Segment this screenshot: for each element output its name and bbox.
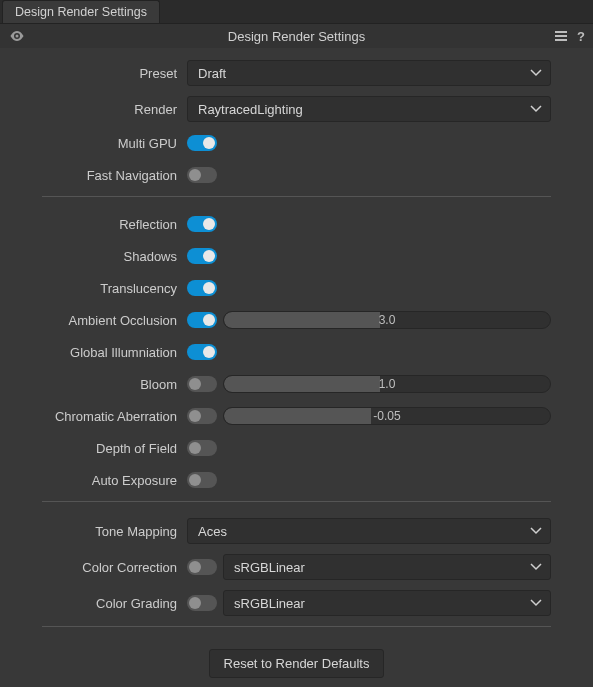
depth-of-field-label: Depth of Field — [42, 441, 187, 456]
translucency-label: Translucency — [42, 281, 187, 296]
chromatic-aberration-slider[interactable]: -0.05 — [223, 407, 551, 425]
bloom-toggle[interactable] — [187, 376, 217, 392]
panel-header: Design Render Settings ? — [0, 24, 593, 48]
chevron-down-icon — [530, 105, 542, 113]
color-correction-toggle[interactable] — [187, 559, 217, 575]
render-value: RaytracedLighting — [198, 102, 303, 117]
ambient-occlusion-slider[interactable]: 3.0 — [223, 311, 551, 329]
render-select[interactable]: RaytracedLighting — [187, 96, 551, 122]
bloom-label: Bloom — [42, 377, 187, 392]
slider-fill — [224, 376, 380, 392]
menu-icon[interactable] — [555, 31, 567, 41]
chromatic-aberration-label: Chromatic Aberration — [42, 409, 187, 424]
tab-label: Design Render Settings — [15, 5, 147, 19]
divider — [42, 501, 551, 502]
help-icon[interactable]: ? — [577, 30, 585, 43]
color-grading-toggle[interactable] — [187, 595, 217, 611]
chevron-down-icon — [530, 69, 542, 77]
visibility-icon[interactable] — [10, 30, 24, 43]
preset-value: Draft — [198, 66, 226, 81]
tone-mapping-value: Aces — [198, 524, 227, 539]
fast-navigation-label: Fast Navigation — [42, 168, 187, 183]
color-grading-value: sRGBLinear — [234, 596, 305, 611]
auto-exposure-label: Auto Exposure — [42, 473, 187, 488]
divider — [42, 626, 551, 627]
color-correction-label: Color Correction — [42, 560, 187, 575]
svg-rect-3 — [555, 39, 567, 41]
svg-point-0 — [16, 34, 19, 37]
shadows-label: Shadows — [42, 249, 187, 264]
slider-fill — [224, 312, 380, 328]
ambient-occlusion-toggle[interactable] — [187, 312, 217, 328]
reset-defaults-button[interactable]: Reset to Render Defaults — [209, 649, 385, 678]
color-correction-value: sRGBLinear — [234, 560, 305, 575]
translucency-toggle[interactable] — [187, 280, 217, 296]
reset-button-label: Reset to Render Defaults — [224, 656, 370, 671]
color-correction-select[interactable]: sRGBLinear — [223, 554, 551, 580]
ambient-occlusion-value: 3.0 — [379, 313, 396, 327]
color-grading-select[interactable]: sRGBLinear — [223, 590, 551, 616]
global-illumination-label: Global Illumniation — [42, 345, 187, 360]
slider-fill — [224, 408, 371, 424]
depth-of-field-toggle[interactable] — [187, 440, 217, 456]
multi-gpu-toggle[interactable] — [187, 135, 217, 151]
bloom-slider[interactable]: 1.0 — [223, 375, 551, 393]
tab-bar: Design Render Settings — [0, 0, 593, 24]
tone-mapping-label: Tone Mapping — [42, 524, 187, 539]
chromatic-aberration-toggle[interactable] — [187, 408, 217, 424]
settings-panel: Preset Draft Render RaytracedLighting Mu… — [0, 48, 593, 687]
chevron-down-icon — [530, 563, 542, 571]
divider — [42, 196, 551, 197]
auto-exposure-toggle[interactable] — [187, 472, 217, 488]
bloom-value: 1.0 — [379, 377, 396, 391]
shadows-toggle[interactable] — [187, 248, 217, 264]
reflection-label: Reflection — [42, 217, 187, 232]
fast-navigation-toggle[interactable] — [187, 167, 217, 183]
tab-design-render-settings[interactable]: Design Render Settings — [2, 0, 160, 23]
tone-mapping-select[interactable]: Aces — [187, 518, 551, 544]
chevron-down-icon — [530, 527, 542, 535]
render-label: Render — [42, 102, 187, 117]
chevron-down-icon — [530, 599, 542, 607]
global-illumination-toggle[interactable] — [187, 344, 217, 360]
chromatic-aberration-value: -0.05 — [373, 409, 400, 423]
multi-gpu-label: Multi GPU — [42, 136, 187, 151]
ambient-occlusion-label: Ambient Occlusion — [42, 313, 187, 328]
panel-title: Design Render Settings — [228, 29, 365, 44]
reflection-toggle[interactable] — [187, 216, 217, 232]
color-grading-label: Color Grading — [42, 596, 187, 611]
svg-rect-1 — [555, 31, 567, 33]
preset-label: Preset — [42, 66, 187, 81]
preset-select[interactable]: Draft — [187, 60, 551, 86]
svg-rect-2 — [555, 35, 567, 37]
